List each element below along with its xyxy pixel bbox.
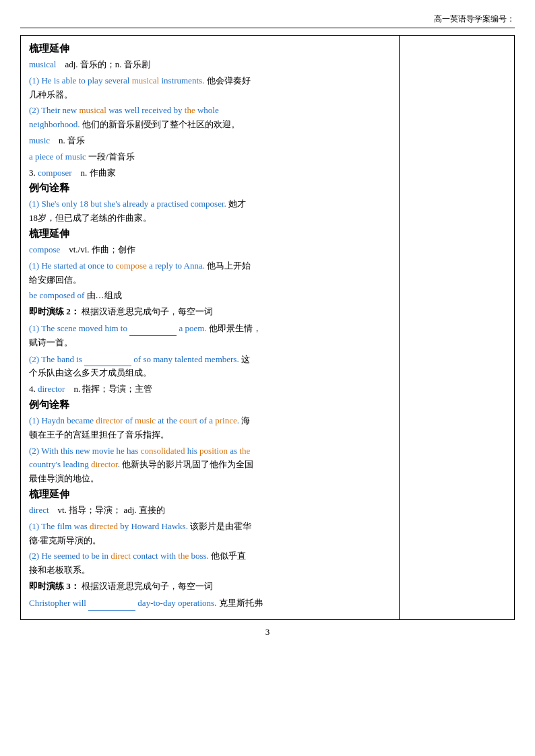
phrase-music-cn: 一段/首音乐	[88, 151, 135, 162]
example-musical-1-cn: 他会弹奏好	[207, 75, 251, 85]
word-direct-en: direct	[29, 505, 49, 515]
exercise-2-q1-before: (1) The scene moved him to	[29, 323, 129, 333]
right-column	[400, 36, 514, 619]
exercise-2-q2: (2) The band is of so many talented memb…	[29, 352, 391, 381]
exercise-2-q1-cn2: 赋诗一首。	[29, 337, 73, 347]
word-director-pos: n. 指挥；导演；主管	[73, 384, 152, 394]
exercise-2-desc: 根据汉语意思完成句子，每空一词	[82, 306, 213, 316]
example-composer-1: (1) She's only 18 but she's already a pr…	[29, 197, 391, 226]
section-title-3: 梳理延伸	[29, 488, 391, 501]
example-musical-2: (2) Their new musical was well received …	[29, 104, 391, 132]
main-container: 梳理延伸 musical adj. 音乐的；n. 音乐剧 (1) He is a…	[20, 35, 515, 620]
example-musical-2-cn: 他们的新音乐剧受到了整个社区的欢迎。	[82, 119, 240, 129]
word-direct-pos-adj: adj. 直接的	[123, 505, 164, 515]
word-musical-en: musical	[29, 59, 56, 69]
word-music: music n. 音乐	[29, 134, 391, 148]
exercise-2-q1: (1) The scene moved him to a poem. 他即景生情…	[29, 321, 391, 350]
example-director-2-en2: country's leading director.	[29, 459, 120, 469]
example-director-1-cn: 海	[241, 415, 250, 425]
word-director: 4. director n. 指挥；导演；主管	[29, 382, 391, 397]
example-composer-1-cn2: 18岁，但已成了老练的作曲家。	[29, 213, 152, 223]
example-director-2: (2) With this new movie he has consolida…	[29, 444, 391, 486]
phrase-composed-of-en: be composed of	[29, 290, 84, 300]
exercise-2-q1-after: a poem.	[179, 323, 206, 333]
word-composer-pos: n. 作曲家	[81, 168, 116, 178]
header-label: 高一英语导学案编号：	[434, 13, 515, 25]
phrase-music: a piece of music 一段/首音乐	[29, 150, 391, 164]
left-column: 梳理延伸 musical adj. 音乐的；n. 音乐剧 (1) He is a…	[21, 36, 400, 619]
word-music-en: music	[29, 135, 50, 145]
example-compose-1-cn2: 给安娜回信。	[29, 275, 82, 285]
word-composer-num: 3.	[29, 168, 38, 178]
exercise-2-q2-after: of so many talented members.	[133, 354, 239, 364]
example-direct-1: (1) The film was directed by Howard Hawk…	[29, 520, 391, 548]
example-director-1: (1) Haydn became director of music at th…	[29, 414, 391, 442]
exercise-2-q2-cn2: 个乐队由这么多天才成员组成。	[29, 368, 152, 378]
exercise-3-label: 即时演练 3： 根据汉语意思完成句子，每空一词	[29, 580, 391, 594]
word-compose: compose vt./vi. 作曲；创作	[29, 243, 391, 257]
exercise-2-q1-cn: 他即景生情，	[209, 323, 261, 333]
example-musical-1: (1) He is able to play several musical i…	[29, 74, 391, 102]
example-director-2-cn: 他新执导的影片巩固了他作为全国	[122, 459, 253, 469]
phrase-music-en: a piece of music	[29, 151, 86, 162]
section-title-example1: 例句诠释	[29, 182, 391, 195]
word-compose-pos: vt./vi. 作曲；创作	[69, 244, 135, 254]
page-number: 3	[20, 627, 515, 638]
example-director-1-cn2: 顿在王子的宫廷里担任了音乐指挥。	[29, 429, 169, 440]
exercise-2-q2-blank	[84, 352, 131, 367]
example-director-1-en: (1) Haydn became director of music at th…	[29, 415, 239, 425]
example-direct-2-cn: 他似乎直	[211, 551, 246, 561]
example-director-2-en: (2) With this new movie he has consolida…	[29, 446, 250, 456]
exercise-3-q1-cn: 克里斯托弗	[219, 598, 263, 608]
exercise-2-title: 即时演练 2：	[29, 306, 80, 316]
example-musical-1-en: (1) He is able to play several musical i…	[29, 75, 204, 85]
exercise-3-q1-blank	[88, 596, 135, 611]
word-direct: direct vt. 指导；导演； adj. 直接的	[29, 504, 391, 518]
example-musical-2-en2: neighborhood.	[29, 119, 80, 129]
exercise-2-q2-before: (2) The band is	[29, 354, 84, 364]
exercise-3-title: 即时演练 3：	[29, 581, 80, 591]
exercise-2-label: 即时演练 2： 根据汉语意思完成句子，每空一词	[29, 305, 391, 319]
section-title-2: 梳理延伸	[29, 228, 391, 240]
exercise-3-q1: Christopher will day-to-day operations. …	[29, 596, 391, 611]
example-composer-1-cn: 她才	[228, 199, 246, 209]
page-header: 高一英语导学案编号：	[20, 13, 515, 28]
exercise-3-q1-before: Christopher will	[29, 598, 88, 608]
example-direct-1-cn2: 德·霍克斯导演的。	[29, 535, 101, 545]
exercise-3-q1-after: day-to-day operations.	[137, 598, 216, 608]
word-direct-pos-vt: vt. 指导；导演；	[58, 505, 122, 515]
exercise-3-desc: 根据汉语意思完成句子，每空一词	[82, 581, 213, 591]
example-composer-1-en: (1) She's only 18 but she's already a pr…	[29, 199, 226, 209]
example-musical-2-en: (2) Their new musical was well received …	[29, 105, 219, 115]
word-music-pos: n. 音乐	[59, 135, 85, 145]
example-direct-1-en: (1) The film was directed by Howard Hawk…	[29, 521, 188, 531]
example-direct-2-cn2: 接和老板联系。	[29, 565, 90, 575]
example-musical-1-cn2: 几种乐器。	[29, 90, 73, 100]
example-compose-1-en: (1) He started at once to compose a repl…	[29, 261, 205, 271]
phrase-composed-of: be composed of 由…组成	[29, 289, 391, 303]
word-musical: musical adj. 音乐的；n. 音乐剧	[29, 58, 391, 72]
page: 高一英语导学案编号： 梳理延伸 musical adj. 音乐的；n. 音乐剧 …	[0, 0, 535, 756]
example-director-2-cn2: 最佳导演的地位。	[29, 473, 99, 483]
word-composer-en: composer	[38, 168, 72, 178]
word-compose-en: compose	[29, 244, 60, 254]
example-direct-1-cn: 该影片是由霍华	[190, 521, 251, 531]
exercise-2-q1-blank	[129, 321, 177, 336]
section-title-1: 梳理延伸	[29, 42, 391, 55]
phrase-composed-of-cn: 由…组成	[87, 290, 122, 300]
word-composer: 3. composer n. 作曲家	[29, 166, 391, 180]
example-direct-2: (2) He seemed to be in direct contact wi…	[29, 549, 391, 578]
example-compose-1-cn: 他马上开始	[207, 261, 251, 271]
word-director-en: director	[38, 384, 65, 394]
exercise-2-q2-cn: 这	[241, 354, 250, 364]
word-director-num: 4.	[29, 384, 38, 394]
section-title-example2: 例句诠释	[29, 399, 391, 411]
example-compose-1: (1) He started at once to compose a repl…	[29, 259, 391, 287]
example-direct-2-en: (2) He seemed to be in direct contact wi…	[29, 551, 209, 561]
word-musical-pos: adj. 音乐的；n. 音乐剧	[65, 59, 150, 69]
